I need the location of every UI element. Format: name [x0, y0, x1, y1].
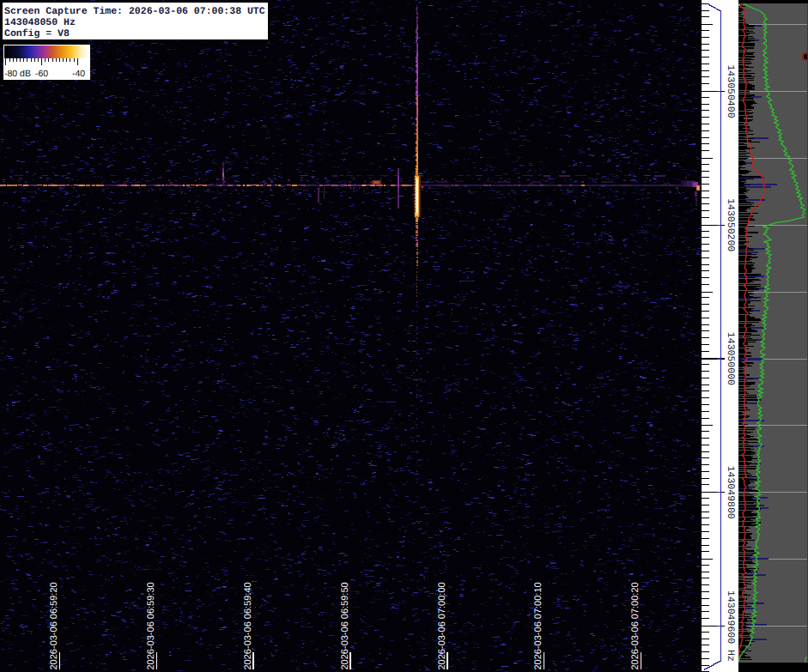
svg-text:Screen Capture Time: 2026-03-0: Screen Capture Time: 2026-03-06 07:00:38…: [4, 6, 265, 17]
svg-text:-40: -40: [72, 69, 85, 79]
svg-text:-80 dB: -80 dB: [4, 69, 31, 79]
svg-text:143049800: 143049800: [725, 466, 736, 519]
svg-text:143050200: 143050200: [725, 198, 736, 251]
svg-text:2026-03-06 07:00:20: 2026-03-06 07:00:20: [630, 582, 641, 669]
svg-text:2026-03-06 07:00:00: 2026-03-06 07:00:00: [437, 582, 447, 669]
svg-text:143050000: 143050000: [725, 332, 736, 385]
svg-text:Config = V8: Config = V8: [4, 28, 70, 39]
svg-text:2026-03-06 06:59:50: 2026-03-06 06:59:50: [340, 582, 350, 669]
svg-text:143048050 Hz: 143048050 Hz: [4, 17, 76, 28]
svg-text:2026-03-06 06:59:30: 2026-03-06 06:59:30: [146, 582, 156, 669]
svg-text:143049600 Hz: 143049600 Hz: [725, 590, 736, 662]
svg-text:143050400: 143050400: [725, 64, 736, 118]
svg-text:2026-03-06 07:00:10: 2026-03-06 07:00:10: [533, 582, 544, 669]
svg-text:2026-03-06 06:59:40: 2026-03-06 06:59:40: [243, 582, 253, 669]
svg-text:2026-03-06 06:59:20: 2026-03-06 06:59:20: [49, 582, 59, 669]
svg-text:-60: -60: [35, 69, 48, 79]
